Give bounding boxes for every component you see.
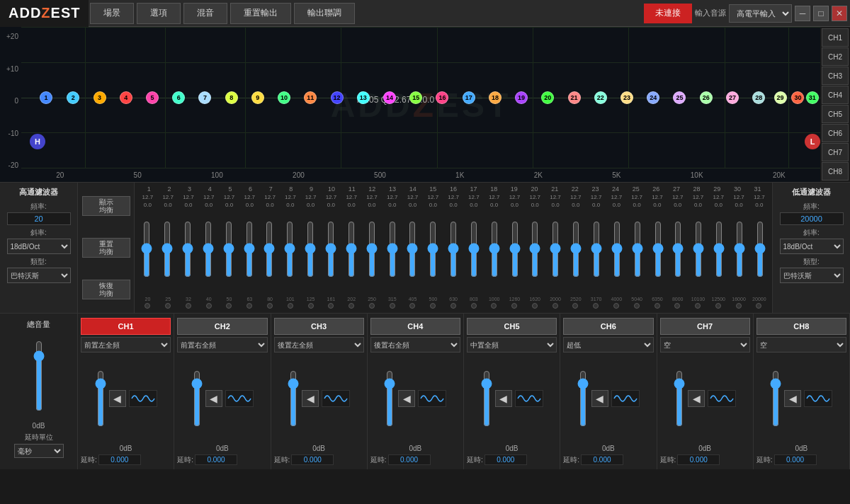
eq-h-node[interactable]: H	[30, 134, 45, 149]
ch-name-ch7[interactable]: CH7	[660, 318, 750, 335]
band-slider-2[interactable]	[162, 221, 172, 277]
nav-options[interactable]: 選項	[137, 3, 181, 24]
ch-assign-ch4[interactable]: 後置右全頻	[370, 337, 460, 353]
band-dot-5[interactable]	[226, 303, 232, 309]
ch-assign-ch2[interactable]: 前置右全頻	[177, 337, 267, 353]
nav-scene[interactable]: 場景	[90, 3, 134, 24]
band-slider-31[interactable]	[755, 221, 765, 277]
ch-assign-ch3[interactable]: 後置左全頻	[274, 337, 364, 353]
eq-ch-btn-ch1[interactable]: CH1	[822, 28, 849, 47]
band-dot-26[interactable]	[654, 303, 660, 309]
band-slider-22[interactable]	[571, 221, 581, 277]
band-dot-9[interactable]	[308, 303, 314, 309]
ch-delay-val-ch6[interactable]: 0.000	[581, 454, 623, 465]
band-dot-19[interactable]	[511, 303, 517, 309]
band-slider-1[interactable]	[142, 221, 152, 277]
minimize-button[interactable]: ─	[795, 6, 810, 21]
ch-vol-slider-ch6[interactable]	[577, 370, 589, 427]
reset-eq-button[interactable]: 重置 均衡	[82, 238, 130, 258]
eq-graph-main[interactable]: ADDZEST F:405 Q:12.67 G:0.0 123456789101…	[21, 27, 820, 182]
ch-assign-ch1[interactable]: 前置左全頻	[81, 337, 171, 353]
ch-mute-icon-ch5[interactable]: ◀	[495, 390, 512, 407]
eq-ch-btn-ch4[interactable]: CH4	[822, 86, 849, 104]
band-slider-13[interactable]	[387, 221, 397, 277]
ch-name-ch1[interactable]: CH1	[81, 318, 171, 335]
band-slider-9[interactable]	[305, 221, 315, 277]
band-dot-8[interactable]	[288, 303, 293, 309]
lp-type-select[interactable]: 巴特沃斯	[780, 268, 844, 283]
band-slider-12[interactable]	[367, 221, 377, 277]
ch-assign-ch6[interactable]: 超低	[563, 337, 653, 353]
band-slider-27[interactable]	[673, 221, 683, 277]
band-slider-8[interactable]	[285, 221, 295, 277]
band-slider-25[interactable]	[633, 221, 642, 277]
nav-output-tune[interactable]: 輸出聯調	[294, 3, 355, 24]
band-slider-4[interactable]	[203, 221, 213, 277]
ch-mute-icon-ch8[interactable]: ◀	[784, 390, 801, 407]
band-dot-16[interactable]	[450, 303, 456, 309]
band-slider-11[interactable]	[346, 221, 356, 277]
ch-vol-slider-ch4[interactable]	[384, 370, 395, 427]
ch-name-ch8[interactable]: CH8	[756, 318, 846, 335]
ch-mute-icon-ch2[interactable]: ◀	[205, 390, 222, 407]
band-slider-3[interactable]	[183, 221, 193, 277]
delay-unit-select[interactable]: 毫秒	[14, 444, 64, 458]
ch-delay-val-ch3[interactable]: 0.000	[291, 454, 334, 465]
band-slider-14[interactable]	[407, 221, 417, 277]
nav-mix[interactable]: 混音	[183, 3, 227, 24]
ch-assign-ch5[interactable]: 中置全頻	[467, 337, 557, 353]
ch-delay-val-ch4[interactable]: 0.000	[388, 454, 431, 465]
ch-mute-icon-ch7[interactable]: ◀	[688, 390, 705, 407]
hp-slope-select[interactable]: 18dB/Oct	[7, 239, 71, 254]
band-dot-21[interactable]	[552, 303, 558, 309]
eq-ch-btn-ch6[interactable]: CH6	[822, 124, 849, 142]
band-dot-13[interactable]	[390, 303, 395, 309]
band-dot-31[interactable]	[756, 303, 761, 309]
ch-vol-slider-ch3[interactable]	[288, 370, 299, 427]
ch-name-ch6[interactable]: CH6	[563, 318, 653, 335]
close-button[interactable]: ✕	[832, 6, 847, 21]
band-slider-24[interactable]	[612, 221, 622, 277]
ch-delay-val-ch8[interactable]: 0.000	[774, 454, 817, 465]
band-dot-15[interactable]	[430, 303, 436, 309]
band-slider-21[interactable]	[550, 221, 560, 277]
band-dot-30[interactable]	[736, 303, 742, 309]
band-slider-20[interactable]	[530, 221, 540, 277]
ch-name-ch2[interactable]: CH2	[177, 318, 267, 335]
ch-mute-icon-ch4[interactable]: ◀	[398, 390, 415, 407]
lp-slope-select[interactable]: 18dB/Oct	[780, 239, 844, 254]
band-slider-7[interactable]	[264, 221, 274, 277]
band-slider-10[interactable]	[326, 221, 336, 277]
band-dot-14[interactable]	[409, 303, 415, 309]
band-dot-6[interactable]	[246, 303, 252, 309]
ch-vol-slider-ch5[interactable]	[481, 370, 492, 427]
restore-eq-button[interactable]: 恢復 均衡	[82, 280, 130, 299]
ch-delay-val-ch7[interactable]: 0.000	[677, 454, 720, 465]
band-slider-16[interactable]	[448, 221, 458, 277]
band-slider-26[interactable]	[653, 221, 663, 277]
eq-ch-btn-ch5[interactable]: CH5	[822, 105, 849, 123]
show-eq-button[interactable]: 顯示 均衡	[82, 196, 130, 216]
band-dot-24[interactable]	[613, 303, 619, 309]
band-slider-19[interactable]	[510, 221, 520, 277]
band-slider-17[interactable]	[469, 221, 479, 277]
band-dot-23[interactable]	[593, 303, 599, 309]
maximize-button[interactable]: □	[813, 6, 829, 21]
hp-freq-value[interactable]: 20	[7, 212, 71, 225]
ch-assign-ch7[interactable]: 空	[660, 337, 750, 353]
ch-name-ch4[interactable]: CH4	[370, 318, 460, 335]
ch-name-ch3[interactable]: CH3	[274, 318, 364, 335]
band-dot-27[interactable]	[674, 303, 680, 309]
eq-l-node[interactable]: L	[805, 134, 820, 149]
band-dot-3[interactable]	[186, 303, 191, 309]
band-slider-5[interactable]	[224, 221, 234, 277]
band-slider-29[interactable]	[714, 221, 724, 277]
band-slider-28[interactable]	[693, 221, 703, 277]
band-slider-18[interactable]	[489, 221, 499, 277]
band-dot-28[interactable]	[695, 303, 701, 309]
eq-ch-btn-ch3[interactable]: CH3	[822, 67, 849, 85]
ch-mute-icon-ch3[interactable]: ◀	[302, 390, 319, 407]
nav-reset-output[interactable]: 重置輸出	[230, 3, 291, 24]
band-slider-6[interactable]	[244, 221, 254, 277]
band-slider-15[interactable]	[428, 221, 438, 277]
